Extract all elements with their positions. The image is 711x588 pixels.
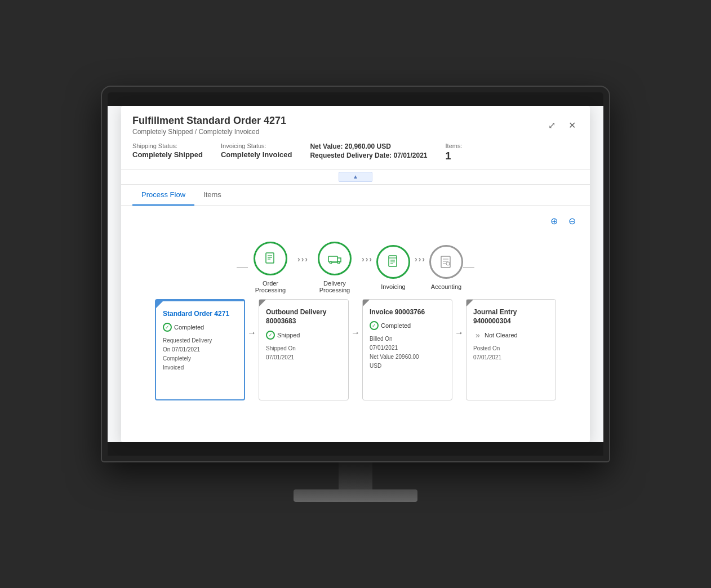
card-corner-1 xyxy=(156,301,163,308)
monitor-stand-neck xyxy=(339,461,372,489)
badge-icon-1: ✓ xyxy=(163,323,172,332)
badge-text-3: Completed xyxy=(381,322,411,329)
process-flow-area: ⊕ ⊖ xyxy=(121,206,590,442)
flow-arrows-1: › › › xyxy=(293,255,312,264)
invoicing-icon xyxy=(385,254,401,270)
zoom-in-button[interactable]: ⊕ xyxy=(547,215,561,228)
badge-icon-3: ✓ xyxy=(370,321,379,330)
net-value-line: Net Value: 20,960.00 USD xyxy=(310,142,427,150)
accounting-icon xyxy=(438,254,454,270)
doc-status-3: ✓ Completed xyxy=(370,321,445,330)
tabs-bar: Process Flow Items xyxy=(121,185,590,206)
invoicing-status-value: Completely Invoiced xyxy=(221,150,292,159)
items-label: Items: xyxy=(446,142,463,149)
close-button[interactable]: ✕ xyxy=(565,118,579,132)
flow-step-accounting[interactable]: Accounting xyxy=(429,245,463,290)
badge-icon-4: » xyxy=(473,331,482,340)
svg-rect-0 xyxy=(266,253,274,263)
card-corner-4 xyxy=(466,300,473,306)
doc-status-2: ✓ Shipped xyxy=(266,331,341,340)
flow-arrows-2: › › › xyxy=(357,255,376,264)
doc-title-1: Standard Order 4271 xyxy=(163,309,237,319)
badge-text-1: Completed xyxy=(174,324,204,331)
doc-meta-3: Billed On07/01/2021Net Value 20960.00USD xyxy=(370,335,445,371)
flow-line-left xyxy=(237,267,248,268)
svg-rect-8 xyxy=(389,256,397,266)
step-label-delivery-processing: Delivery Processing xyxy=(312,280,357,293)
badge-text-2: Shipped xyxy=(277,332,300,338)
doc-arrow-3: → xyxy=(452,328,466,338)
card-corner-2 xyxy=(259,300,266,306)
doc-title-2: Outbound Delivery 80003683 xyxy=(266,308,341,327)
doc-arrow-2: → xyxy=(349,328,362,338)
flow-line-right xyxy=(463,267,474,268)
zoom-out-button[interactable]: ⊖ xyxy=(565,215,579,228)
doc-meta-2: Shipped On07/01/2021 xyxy=(266,344,341,362)
badge-icon-2: ✓ xyxy=(266,331,275,340)
shipping-status-value: Completely Shipped xyxy=(132,150,203,159)
doc-status-4: » Not Cleared xyxy=(473,331,549,340)
delivery-processing-icon xyxy=(327,251,343,266)
flow-step-order-processing[interactable]: Order Processing xyxy=(248,242,293,293)
doc-title-4: Journal Entry 9400000304 xyxy=(473,308,549,327)
doc-card-outbound-delivery[interactable]: Outbound Delivery 80003683 ✓ Shipped Shi… xyxy=(259,299,349,400)
monitor-stand-base xyxy=(294,489,417,502)
flow-step-invoicing[interactable]: Invoicing xyxy=(376,245,410,290)
svg-rect-4 xyxy=(328,256,337,262)
step-circle-order-processing xyxy=(254,242,287,275)
tab-process-flow[interactable]: Process Flow xyxy=(132,185,194,206)
step-label-invoicing: Invoicing xyxy=(381,283,405,290)
doc-title-3: Invoice 90003766 xyxy=(370,308,445,317)
flow-steps-row: Order Processing › › › xyxy=(121,230,590,299)
doc-meta-4: Posted On07/01/2021 xyxy=(473,344,549,362)
svg-point-16 xyxy=(446,262,450,265)
order-processing-icon xyxy=(263,251,278,266)
dialog-subtitle: Completely Shipped / Completely Invoiced xyxy=(132,128,286,136)
delivery-date-line: Requested Delivery Date: 07/01/2021 xyxy=(310,152,427,159)
doc-card-standard-order[interactable]: Standard Order 4271 ✓ Completed Requeste… xyxy=(155,299,245,400)
flow-arrows-3: › › › xyxy=(410,255,429,264)
doc-status-1: ✓ Completed xyxy=(163,323,237,332)
tab-items[interactable]: Items xyxy=(194,185,230,206)
card-corner-3 xyxy=(363,300,370,306)
step-label-order-processing: Order Processing xyxy=(248,280,293,293)
expand-button[interactable]: ⤢ xyxy=(545,118,558,132)
doc-meta-1: Requested DeliveryOn 07/01/2021Completel… xyxy=(163,336,237,372)
step-circle-accounting xyxy=(429,245,463,279)
shipping-status-label: Shipping Status: xyxy=(132,142,203,149)
badge-text-4: Not Cleared xyxy=(485,332,518,338)
doc-cards-row: Standard Order 4271 ✓ Completed Requeste… xyxy=(121,299,590,412)
step-circle-invoicing xyxy=(376,245,410,279)
invoicing-status-label: Invoicing Status: xyxy=(221,142,292,149)
doc-arrow-1: → xyxy=(245,328,259,338)
items-value: 1 xyxy=(446,150,463,162)
flow-step-delivery-processing[interactable]: Delivery Processing xyxy=(312,242,357,293)
dialog-title: Fulfillment Standard Order 4271 xyxy=(132,115,286,127)
collapse-button[interactable]: ▲ xyxy=(339,172,372,182)
doc-card-invoice[interactable]: Invoice 90003766 ✓ Completed Billed On07… xyxy=(362,299,452,400)
step-label-accounting: Accounting xyxy=(431,283,461,290)
step-circle-delivery-processing xyxy=(318,242,352,275)
doc-card-journal-entry[interactable]: Journal Entry 9400000304 » Not Cleared P… xyxy=(466,299,556,400)
